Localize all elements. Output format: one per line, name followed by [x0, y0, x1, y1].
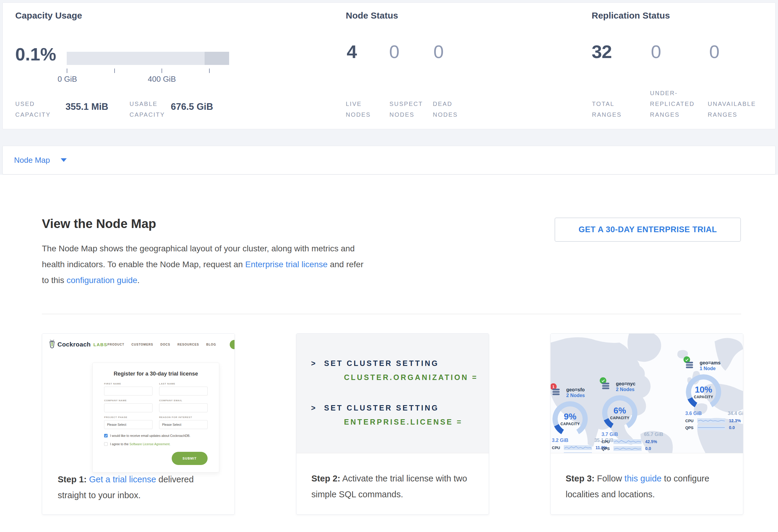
locality-ams-header: geo=ams 1 Node	[685, 360, 743, 372]
cpu-label: CPU	[685, 419, 697, 423]
step1-text	[87, 474, 89, 484]
qps-label: QPS	[602, 446, 614, 451]
get-enterprise-trial-button[interactable]: GET A 30-DAY ENTERPRISE TRIAL	[555, 218, 741, 242]
sql-arg-1: CLUSTER.ORGANIZATION =	[311, 373, 489, 382]
qps-sparkline	[614, 446, 642, 451]
intro-text-3: .	[137, 276, 140, 285]
sql-command-1: > SET CLUSTER SETTING	[311, 359, 489, 368]
field-label: FIRST NAME	[104, 382, 153, 385]
capacity-used: 3.6 GiB	[685, 411, 702, 416]
reason-for-interest-select: Please Select	[159, 420, 208, 429]
check-icon	[685, 359, 689, 361]
gauge-percent: 10%	[695, 385, 712, 394]
sql-prompt: >	[311, 404, 317, 412]
unavailable-ranges-label: UNAVAILABLE RANGES	[708, 98, 763, 120]
step1-prefix: Step 1:	[58, 474, 87, 484]
nav-product: PRODUCT	[107, 343, 124, 346]
sql-command-2: > SET CLUSTER SETTING	[311, 403, 489, 412]
field-company-name: COMPANY NAME	[104, 399, 153, 412]
node-map-preview: 1 geo=sfo 2 Nodes 9% CAPACITY	[551, 333, 743, 453]
capacity-gauge: 6% CAPACITY	[602, 395, 637, 431]
email-updates-label: I would like to receive email updates ab…	[110, 434, 190, 438]
gauge-capacity-label: CAPACITY	[610, 416, 629, 420]
enterprise-trial-license-link[interactable]: Enterprise trial license	[245, 260, 327, 269]
cpu-sparkline	[614, 439, 642, 444]
intro-description: The Node Map shows the geographical layo…	[42, 241, 365, 288]
capacity-gauge: 10% CAPACITY	[686, 374, 721, 409]
dead-nodes-label: DEAD NODES	[433, 98, 469, 120]
live-nodes-count: 4	[347, 41, 357, 62]
capacity-total: 34.4 GiB	[728, 411, 743, 416]
locality-labels: geo=sfo 2 Nodes	[562, 387, 585, 398]
field-label: COMPANY NAME	[104, 399, 153, 402]
first-name-input	[104, 387, 153, 395]
capacity-tick-label-400: 400 GiB	[148, 75, 176, 84]
capacity-bar: 0 GiB 400 GiB	[67, 52, 229, 82]
total-ranges-label: TOTAL RANGES	[592, 98, 637, 120]
locality-node-count: 2 Nodes	[616, 387, 635, 393]
used-capacity-value: 355.1 MiB	[66, 101, 108, 112]
field-project-phase: PROJECT PHASE Please Select	[104, 416, 153, 429]
cpu-label: CPU	[602, 440, 614, 444]
software-license-agreement-link: Software License Agreement.	[130, 442, 170, 446]
field-label: LAST NAME	[159, 382, 208, 385]
sql-cmd: SET CLUSTER SETTING	[324, 359, 439, 367]
qps-sparkline	[564, 452, 592, 453]
qps-value: 4.7	[596, 452, 601, 453]
get-trial-license-link[interactable]: Get a trial license	[89, 474, 156, 484]
license-agreement-checkbox-row: I agree to the Software License Agreemen…	[104, 442, 208, 446]
license-agreement-label: I agree to the Software License Agreemen…	[110, 442, 170, 446]
qps-value: 0.0	[729, 425, 734, 430]
sql-arg-2: ENTERPRISE.LICENSE =	[311, 417, 489, 427]
live-nodes-label: LIVE NODES	[346, 98, 382, 120]
gauge-capacity-label: CAPACITY	[694, 395, 713, 399]
nav-customers: CUSTOMERS	[132, 343, 153, 346]
field-company-email: COMPANY EMAIL	[159, 399, 208, 412]
cpu-sparkline	[697, 418, 725, 423]
intro-block: View the Node Map The Node Map shows the…	[0, 175, 778, 288]
used-capacity-label: USED CAPACITY	[15, 98, 54, 120]
check-icon	[105, 435, 107, 437]
capacity-used: 3.2 GiB	[552, 438, 568, 443]
gauge-capacity-label: CAPACITY	[560, 422, 580, 426]
qps-label: QPS	[552, 452, 564, 454]
step1-card: CockroachLABS PRODUCT CUSTOMERS DOCS RES…	[42, 333, 235, 515]
capacity-tick	[161, 69, 162, 73]
locality-name: geo=ams	[700, 360, 720, 366]
replication-status-title: Replication Status	[592, 10, 670, 21]
cockroach-bug-icon	[49, 340, 55, 349]
qps-label: QPS	[685, 426, 697, 430]
capacity-tick	[114, 69, 115, 73]
this-guide-link[interactable]: this guide	[625, 474, 662, 483]
locality-name: geo=sfo	[566, 387, 585, 393]
field-label: PROJECT PHASE	[104, 416, 153, 419]
sql-prompt: >	[311, 359, 317, 367]
step2-caption: Step 2: Activate the trial license with …	[296, 453, 489, 503]
locality-node-count: 1 Node	[700, 366, 720, 372]
field-reason-for-interest: REASON FOR INTEREST Please Select	[159, 416, 208, 429]
qps-row: QPS 4.7	[552, 452, 615, 453]
capacity-tick	[67, 69, 67, 73]
capacity-bar-track	[67, 52, 229, 65]
sql-cmd: SET CLUSTER SETTING	[324, 404, 439, 412]
field-label: COMPANY EMAIL	[159, 399, 208, 402]
company-name-input	[104, 403, 153, 412]
usable-capacity-label: USABLE CAPACITY	[130, 98, 168, 120]
configuration-guide-link[interactable]: configuration guide	[66, 276, 137, 285]
capacity-values: 3.7 GiB 65.7 GiB	[602, 432, 663, 437]
capacity-usage-title: Capacity Usage	[15, 10, 82, 21]
suspect-nodes-count: 0	[389, 41, 399, 62]
logo-text: Cockroach	[58, 341, 91, 348]
under-replicated-ranges-label: UNDER-REPLICATED RANGES	[650, 88, 702, 120]
capacity-tick	[209, 69, 210, 73]
submit-button: SUBMIT	[172, 452, 208, 465]
node-map-dropdown[interactable]: Node Map	[2, 146, 776, 174]
section-divider	[42, 314, 741, 314]
cpu-label: CPU	[552, 446, 564, 450]
email-updates-checkbox	[104, 434, 108, 438]
mini-site-header: CockroachLABS PRODUCT CUSTOMERS DOCS RES…	[49, 338, 228, 351]
capacity-used: 3.7 GiB	[602, 432, 618, 437]
total-ranges-count: 32	[592, 41, 612, 62]
field-label: REASON FOR INTEREST	[159, 416, 208, 419]
unavailable-ranges-count: 0	[709, 41, 719, 62]
